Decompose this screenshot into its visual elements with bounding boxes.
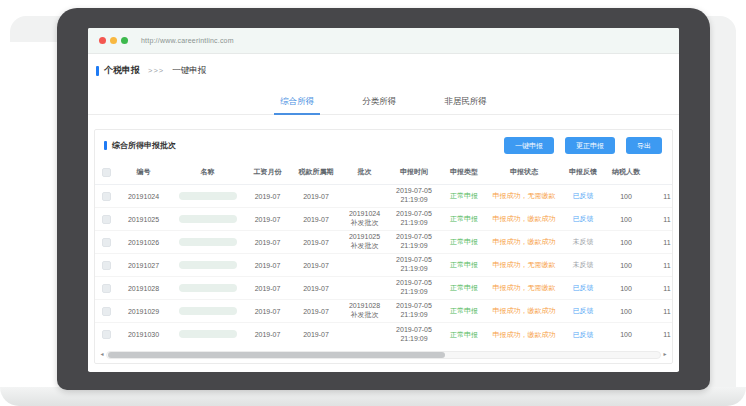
row-checkbox[interactable] (102, 261, 111, 270)
declare-clock: 21:19:09 (387, 219, 441, 228)
name-cell (170, 261, 245, 270)
batch-panel: 综合所得申报批次 一键申报 更正申报 导出 编号名称工资月份税款所属期批次申报时… (94, 129, 673, 364)
declare-clock: 21:19:09 (387, 311, 441, 320)
select-all-checkbox[interactable] (102, 168, 111, 177)
scrollbar-thumb[interactable] (108, 352, 445, 358)
declare-type: 正常申报 (441, 306, 487, 316)
declare-status: 申报成功，缴款成功 (487, 306, 561, 316)
redacted-name-placeholder (179, 215, 237, 223)
export-button[interactable]: 导出 (626, 137, 662, 154)
background-panel-right (706, 30, 736, 388)
batch-label: 补发批次 (342, 311, 387, 320)
taxpayer-count: 100 (605, 216, 647, 223)
window-close-icon[interactable] (99, 37, 106, 44)
batch-table: 编号名称工资月份税款所属期批次申报时间申报类型申报状态申报反馈纳税人数 2019… (95, 160, 672, 346)
redacted-name-placeholder (179, 192, 237, 200)
taxpayer-count: 100 (605, 308, 647, 315)
batch-cell: 20191024补发批次 (342, 210, 387, 228)
declare-date: 2019-07-05 (387, 279, 441, 288)
salary-month: 2019-07 (245, 262, 290, 269)
browser-window: http://www.careerintlinc.com 个税申报 >>> 一键… (88, 28, 679, 372)
breadcrumb-separator: >>> (148, 66, 164, 75)
column-header: 申报时间 (387, 167, 441, 177)
batch-number: 20191024 (117, 193, 170, 200)
batch-cell: 20191028补发批次 (342, 302, 387, 320)
declare-date: 2019-07-05 (387, 326, 441, 335)
tax-period: 2019-07 (290, 308, 342, 315)
tax-period: 2019-07 (290, 239, 342, 246)
window-minimize-icon[interactable] (110, 37, 117, 44)
declare-time-cell: 2019-07-0521:19:09 (387, 256, 441, 274)
declare-status: 申报成功，缴款成功 (487, 214, 561, 224)
table-row: 20191028 2019-07 2019-07 2019-07-0521:19… (95, 277, 672, 300)
one-click-declare-button[interactable]: 一键申报 (504, 137, 554, 154)
batch-number: 20191026 (117, 239, 170, 246)
select-all-cell (95, 168, 117, 177)
batch-number: 20191025 (117, 216, 170, 223)
truncated-cell: 11 (647, 308, 672, 315)
declare-date: 2019-07-05 (387, 233, 441, 242)
truncated-cell: 11 (647, 285, 672, 292)
declare-date: 2019-07-05 (387, 187, 441, 196)
declare-status: 申报成功，缴款成功 (487, 237, 561, 247)
batch-label: 补发批次 (342, 219, 387, 228)
redacted-name-placeholder (179, 307, 237, 315)
declare-status: 申报成功，无需缴款 (487, 260, 561, 270)
batch-number: 20191027 (117, 262, 170, 269)
address-bar[interactable]: http://www.careerintlinc.com (141, 37, 234, 44)
declare-time-cell: 2019-07-0521:19:09 (387, 210, 441, 228)
declare-clock: 21:19:09 (387, 196, 441, 205)
breadcrumb: 个税申报 >>> 一键申报 (88, 54, 679, 77)
declare-type: 正常申报 (441, 214, 487, 224)
scroll-right-arrow-icon[interactable]: ▸ (661, 350, 669, 359)
declare-feedback: 已反馈 (561, 191, 605, 201)
table-header-row: 编号名称工资月份税款所属期批次申报时间申报类型申报状态申报反馈纳税人数 (95, 160, 672, 185)
page-content: 个税申报 >>> 一键申报 综合所得 分类所得 非居民所得 综合所得申报批次 一… (88, 54, 679, 371)
scroll-left-arrow-icon[interactable]: ◂ (98, 350, 106, 359)
table-row: 20191029 2019-07 2019-07 20191028补发批次 20… (95, 300, 672, 323)
row-checkbox[interactable] (102, 215, 111, 224)
declare-time-cell: 2019-07-0521:19:09 (387, 279, 441, 297)
declare-time-cell: 2019-07-0521:19:09 (387, 233, 441, 251)
panel-accent-bar (104, 141, 107, 150)
declare-date: 2019-07-05 (387, 256, 441, 265)
scrollbar-track[interactable] (106, 351, 661, 359)
row-checkbox[interactable] (102, 192, 111, 201)
tax-period: 2019-07 (290, 331, 342, 338)
batch-ref: 20191025 (342, 233, 387, 242)
declare-type: 正常申报 (441, 237, 487, 247)
batch-ref: 20191024 (342, 210, 387, 219)
breadcrumb-current: 一键申报 (172, 65, 206, 77)
row-checkbox-cell (95, 261, 117, 270)
declare-status: 申报成功，无需缴款 (487, 283, 561, 293)
column-header: 申报类型 (441, 167, 487, 177)
tax-period: 2019-07 (290, 262, 342, 269)
row-checkbox[interactable] (102, 307, 111, 316)
row-checkbox-cell (95, 238, 117, 247)
correct-declare-button[interactable]: 更正申报 (565, 137, 615, 154)
batch-cell: 20191025补发批次 (342, 233, 387, 251)
taxpayer-count: 100 (605, 285, 647, 292)
name-cell (170, 192, 245, 201)
truncated-cell: 11 (647, 239, 672, 246)
tab-comprehensive-income[interactable]: 综合所得 (274, 89, 320, 115)
declare-type: 正常申报 (441, 283, 487, 293)
taxpayer-count: 100 (605, 193, 647, 200)
name-cell (170, 307, 245, 316)
row-checkbox-cell (95, 192, 117, 201)
title-accent-bar (96, 66, 99, 76)
declare-feedback: 已反馈 (561, 283, 605, 293)
declare-clock: 21:19:09 (387, 242, 441, 251)
declare-clock: 21:19:09 (387, 265, 441, 274)
salary-month: 2019-07 (245, 239, 290, 246)
row-checkbox[interactable] (102, 284, 111, 293)
batch-number: 20191029 (117, 308, 170, 315)
row-checkbox[interactable] (102, 238, 111, 247)
row-checkbox[interactable] (102, 330, 111, 339)
salary-month: 2019-07 (245, 285, 290, 292)
window-maximize-icon[interactable] (121, 37, 128, 44)
tab-nonresident-income[interactable]: 非居民所得 (438, 89, 493, 115)
tab-classified-income[interactable]: 分类所得 (356, 89, 402, 115)
declare-date: 2019-07-05 (387, 302, 441, 311)
column-header: 工资月份 (245, 167, 290, 177)
